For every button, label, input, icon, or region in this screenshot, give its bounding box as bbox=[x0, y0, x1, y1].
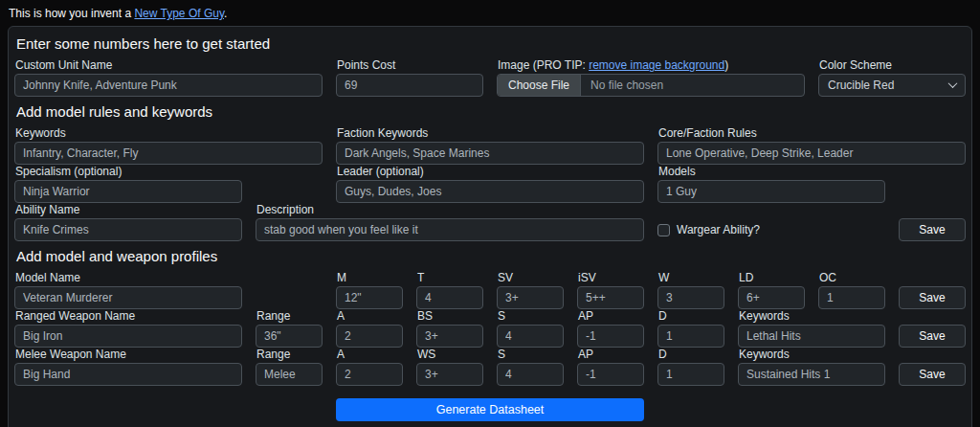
custom-unit-name-label: Custom Unit Name bbox=[15, 59, 323, 72]
row-ability: Ability Name Description Wargear Ability… bbox=[14, 204, 966, 241]
ranged-range-input[interactable] bbox=[256, 325, 323, 348]
field-model-name: Model Name bbox=[14, 272, 323, 309]
cell-save-ranged: Save bbox=[899, 325, 966, 348]
ranged-range-label: Range bbox=[256, 310, 323, 323]
field-melee-d: D bbox=[657, 348, 724, 386]
ranged-s-input[interactable] bbox=[497, 325, 564, 348]
image-file-input[interactable]: Choose File No file chosen bbox=[497, 74, 805, 97]
field-core-faction-rules: Core/Faction Rules bbox=[657, 127, 966, 165]
ranged-weapon-name-input[interactable] bbox=[14, 325, 242, 348]
model-name-label: Model Name bbox=[15, 272, 323, 284]
color-scheme-label: Color Scheme bbox=[819, 59, 966, 72]
ranged-a-input[interactable] bbox=[336, 325, 403, 348]
section-heading-profiles: Add model and weapon profiles bbox=[16, 249, 966, 264]
keywords-input[interactable] bbox=[14, 142, 323, 165]
ability-name-input[interactable] bbox=[14, 218, 242, 241]
image-label-suffix: ) bbox=[724, 58, 728, 72]
field-ranged-ap: AP bbox=[577, 310, 644, 348]
field-melee-s: S bbox=[497, 348, 564, 386]
core-faction-rules-input[interactable] bbox=[657, 142, 966, 165]
model-sv-label: SV bbox=[498, 272, 564, 284]
field-wargear-ability: Wargear Ability? bbox=[657, 218, 885, 241]
save-ranged-weapon-button[interactable]: Save bbox=[899, 325, 966, 348]
melee-a-input[interactable] bbox=[336, 363, 403, 386]
field-image-upload: Image (PRO TIP: remove image background)… bbox=[497, 59, 805, 97]
model-t-input[interactable] bbox=[416, 286, 483, 309]
faction-keywords-input[interactable] bbox=[336, 142, 644, 165]
melee-s-input[interactable] bbox=[497, 363, 564, 386]
wargear-ability-checkbox[interactable] bbox=[657, 224, 670, 236]
model-sv-input[interactable] bbox=[497, 286, 564, 309]
model-m-label: M bbox=[337, 272, 403, 284]
melee-weapon-name-input[interactable] bbox=[14, 363, 242, 386]
model-w-input[interactable] bbox=[657, 286, 724, 309]
models-input[interactable] bbox=[657, 180, 885, 203]
model-ld-input[interactable] bbox=[738, 286, 805, 309]
color-scheme-select[interactable]: Crucible Red bbox=[818, 74, 966, 97]
ranged-weapon-name-label: Ranged Weapon Name bbox=[15, 310, 242, 323]
melee-range-label: Range bbox=[256, 348, 323, 361]
row-model-profile: Model Name M T SV iSV W LD OC bbox=[14, 272, 966, 309]
row-specialism-leader-models: Specialism (optional) Leader (optional) … bbox=[14, 166, 966, 203]
melee-d-input[interactable] bbox=[657, 363, 724, 386]
field-model-w: W bbox=[657, 272, 724, 309]
generate-datasheet-button[interactable]: Generate Datasheet bbox=[336, 398, 644, 421]
leader-label: Leader (optional) bbox=[337, 166, 644, 178]
cell-save-model: Save bbox=[899, 286, 966, 309]
save-model-button[interactable]: Save bbox=[899, 286, 966, 309]
field-model-isv: iSV bbox=[577, 272, 644, 309]
description-label: Description bbox=[256, 204, 644, 216]
melee-ap-label: AP bbox=[578, 348, 644, 361]
field-melee-keywords: Keywords bbox=[738, 348, 885, 386]
file-chosen-status: No file chosen bbox=[581, 75, 673, 96]
ranged-bs-input[interactable] bbox=[416, 325, 483, 348]
custom-unit-name-input[interactable] bbox=[14, 74, 323, 97]
model-oc-input[interactable] bbox=[818, 286, 885, 309]
field-model-m: M bbox=[336, 272, 403, 309]
model-t-label: T bbox=[417, 272, 483, 284]
ranged-keywords-label: Keywords bbox=[739, 310, 885, 323]
intro-prefix: This is how you invent a bbox=[9, 7, 134, 20]
model-m-input[interactable] bbox=[336, 286, 403, 309]
leader-input[interactable] bbox=[336, 180, 644, 203]
ranged-keywords-input[interactable] bbox=[738, 325, 885, 348]
save-ability-button[interactable]: Save bbox=[899, 218, 966, 241]
field-ability-name: Ability Name bbox=[14, 204, 242, 241]
specialism-input[interactable] bbox=[14, 180, 242, 203]
choose-file-button[interactable]: Choose File bbox=[498, 75, 581, 96]
field-ranged-d: D bbox=[657, 310, 724, 348]
points-cost-input[interactable] bbox=[336, 74, 483, 97]
ranged-ap-label: AP bbox=[578, 310, 644, 323]
model-name-input[interactable] bbox=[14, 286, 242, 309]
field-color-scheme: Color Scheme Crucible Red bbox=[818, 59, 966, 97]
row-keywords: Keywords Faction Keywords Core/Faction R… bbox=[14, 127, 966, 165]
unit-builder-form: Enter some numbers here to get started C… bbox=[8, 26, 972, 427]
remove-image-background-link[interactable]: remove image background bbox=[589, 58, 724, 72]
save-melee-weapon-button[interactable]: Save bbox=[899, 363, 966, 386]
melee-keywords-input[interactable] bbox=[738, 363, 885, 386]
field-melee-ws: WS bbox=[416, 348, 483, 386]
melee-keywords-label: Keywords bbox=[739, 348, 885, 361]
intro-suffix: . bbox=[224, 7, 227, 20]
field-ranged-weapon-name: Ranged Weapon Name bbox=[14, 310, 242, 348]
models-label: Models bbox=[658, 166, 966, 178]
ranged-d-input[interactable] bbox=[657, 325, 724, 348]
field-model-ld: LD bbox=[738, 272, 805, 309]
cell-save-melee: Save bbox=[899, 363, 966, 386]
melee-range-input[interactable] bbox=[256, 363, 323, 386]
field-description: Description bbox=[256, 204, 644, 241]
field-keywords: Keywords bbox=[14, 127, 323, 165]
melee-ws-input[interactable] bbox=[416, 363, 483, 386]
model-isv-input[interactable] bbox=[577, 286, 644, 309]
field-melee-ap: AP bbox=[577, 348, 644, 386]
section-heading-rules-keywords: Add model rules and keywords bbox=[16, 104, 966, 120]
cell-save-ability: Save bbox=[899, 218, 966, 241]
points-cost-label: Points Cost bbox=[337, 59, 483, 72]
description-input[interactable] bbox=[256, 218, 644, 241]
melee-s-label: S bbox=[498, 348, 564, 361]
new-type-of-guy-link[interactable]: New Type Of Guy bbox=[134, 7, 224, 20]
melee-ap-input[interactable] bbox=[577, 363, 644, 386]
model-isv-label: iSV bbox=[578, 272, 644, 284]
ranged-ap-input[interactable] bbox=[577, 325, 644, 348]
image-label-prefix: Image (PRO TIP: bbox=[498, 58, 589, 72]
